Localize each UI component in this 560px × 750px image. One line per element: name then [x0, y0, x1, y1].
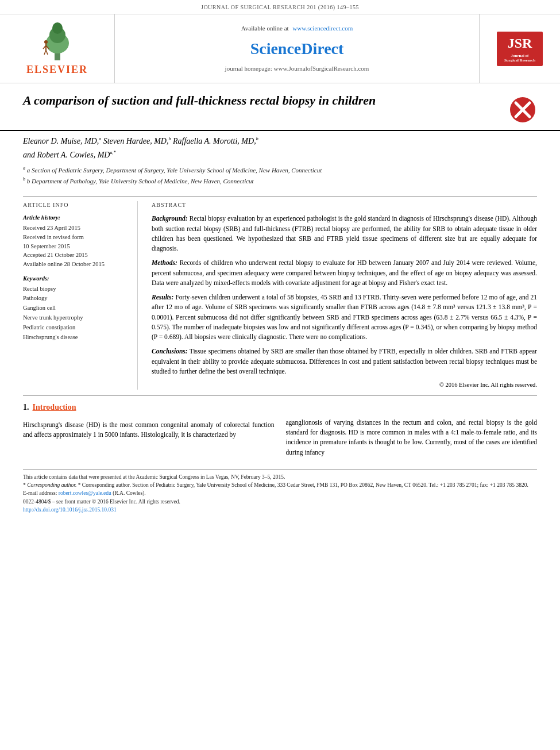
methods-text: Records of children who underwent rectal…	[152, 259, 537, 286]
abstract-methods: Methods: Records of children who underwe…	[152, 258, 537, 288]
footnote-doi: http://dx.doi.org/10.1016/j.jss.2015.10.…	[23, 506, 537, 514]
authors-text1: Eleanor D. Muise, MD,a Steven Hardee, MD…	[23, 137, 258, 145]
footnote-congress: This article contains data that were pre…	[23, 473, 537, 481]
crossmark-icon: CrossMark	[508, 95, 537, 124]
intro-left-col: 1. Introduction Hirschsprung's disease (…	[23, 402, 275, 457]
journal-homepage-url: journal homepage: www.JournalofSurgicalR…	[225, 64, 369, 73]
keyword-5: Pediatric constipation	[23, 323, 128, 333]
received-date: Received 23 April 2015	[23, 224, 128, 233]
jsr-letters: JSR	[508, 34, 532, 53]
keyword-4: Nerve trunk hypertrophy	[23, 313, 128, 323]
sciencedirect-info: Available online at www.sciencedirect.co…	[115, 14, 480, 83]
history-label: Article history:	[23, 214, 128, 222]
abstract-conclusions: Conclusions: Tissue specimens obtained b…	[152, 347, 537, 376]
svg-point-3	[52, 22, 63, 34]
keyword-1: Rectal biopsy	[23, 284, 128, 294]
conclusions-text: Tissue specimens obtained by SRB are sma…	[152, 348, 537, 375]
introduction-section: 1. Introduction Hirschsprung's disease (…	[0, 402, 560, 457]
conclusions-label: Conclusions:	[152, 348, 188, 355]
intro-section-title: Introduction	[33, 402, 76, 413]
jsr-logo-section: JSR Journal ofSurgical Research	[480, 14, 560, 83]
svg-line-9	[46, 50, 48, 55]
intro-section-number: 1.	[23, 402, 29, 413]
revised-label: Received in revised form	[23, 233, 128, 242]
intro-right-text: aganglionosis of varying distances in th…	[286, 418, 538, 457]
accepted-date: Accepted 21 October 2015	[23, 251, 128, 260]
elsevier-branding: ELSEVIER	[0, 14, 115, 83]
keyword-2: Pathology	[23, 294, 128, 303]
intro-right-col: aganglionosis of varying distances in th…	[286, 402, 538, 457]
article-info-abstract: ARTICLE INFO Article history: Received 2…	[0, 201, 560, 389]
copyright-notice: © 2016 Elsevier Inc. All rights reserved…	[152, 381, 537, 390]
divider-authors-info	[23, 196, 537, 197]
journal-header: JOURNAL OF SURGICAL RESEARCH 201 (2016) …	[0, 0, 560, 14]
svg-line-8	[44, 50, 46, 55]
keywords-label: Keywords:	[23, 275, 128, 283]
authors-line1: Eleanor D. Muise, MD,a Steven Hardee, MD…	[23, 136, 537, 147]
authors-text2: and Robert A. Cowles, MDa,*	[23, 151, 115, 159]
sd-url[interactable]: www.sciencedirect.com	[292, 25, 353, 32]
footnote-email: E-mail address: robert.cowles@yale.edu (…	[23, 489, 537, 497]
abstract-results: Results: Forty-seven children underwent …	[152, 293, 537, 342]
email-link[interactable]: robert.cowles@yale.edu	[59, 490, 111, 496]
header-section: ELSEVIER Available online at www.science…	[0, 14, 560, 83]
abstract-background: Background: Rectal biopsy evaluation by …	[152, 214, 537, 253]
sciencedirect-brand: ScienceDirect	[250, 37, 344, 60]
footnotes-section: This article contains data that were pre…	[23, 469, 537, 514]
results-label: Results:	[152, 294, 173, 301]
jsr-logo: JSR Journal ofSurgical Research	[497, 32, 543, 66]
revised-date: 10 September 2015	[23, 242, 128, 251]
footnote-license: 0022-4804/$ – see front matter © 2016 El…	[23, 498, 537, 506]
keywords-section: Keywords: Rectal biopsy Pathology Gangli…	[23, 275, 128, 342]
methods-label: Methods:	[152, 259, 177, 266]
article-title: A comparison of suction and full-thickne…	[23, 93, 503, 109]
svg-point-4	[44, 40, 48, 44]
footnote-corresponding: * Corresponding author. * Corresponding …	[23, 481, 537, 489]
section-divider-1	[23, 395, 537, 396]
title-section: A comparison of suction and full-thickne…	[0, 83, 560, 131]
affiliation-a: a a Section of Pediatric Surgery, Depart…	[23, 165, 537, 175]
elsevier-wordmark: ELSEVIER	[26, 63, 88, 77]
abstract-heading: ABSTRACT	[152, 201, 537, 209]
affiliation-b: b b Department of Pathology, Yale Univer…	[23, 176, 537, 186]
elsevier-tree-icon	[29, 20, 86, 60]
authors-line2: and Robert A. Cowles, MDa,*	[23, 149, 537, 161]
jsr-full-name: Journal ofSurgical Research	[503, 53, 536, 63]
article-info-column: ARTICLE INFO Article history: Received 2…	[23, 201, 138, 389]
keyword-3: Ganglion cell	[23, 303, 128, 313]
intro-left-text: Hirschsprung's disease (HD) is the most …	[23, 420, 275, 440]
abstract-column: ABSTRACT Background: Rectal biopsy evalu…	[152, 201, 537, 389]
doi-link[interactable]: http://dx.doi.org/10.1016/j.jss.2015.10.…	[23, 507, 117, 513]
online-date: Available online 28 October 2015	[23, 260, 128, 269]
journal-title-text: JOURNAL OF SURGICAL RESEARCH 201 (2016) …	[201, 4, 359, 10]
background-text: Rectal biopsy evaluation by an experienc…	[152, 215, 537, 252]
results-text: Forty-seven children underwent a total o…	[152, 294, 537, 340]
background-label: Background:	[152, 215, 188, 222]
article-history: Article history: Received 23 April 2015 …	[23, 214, 128, 268]
article-info-heading: ARTICLE INFO	[23, 201, 128, 209]
authors-section: Eleanor D. Muise, MD,a Steven Hardee, MD…	[0, 131, 560, 191]
available-text: Available online at www.sciencedirect.co…	[241, 24, 353, 33]
keyword-6: Hirschsprung's disease	[23, 333, 128, 343]
